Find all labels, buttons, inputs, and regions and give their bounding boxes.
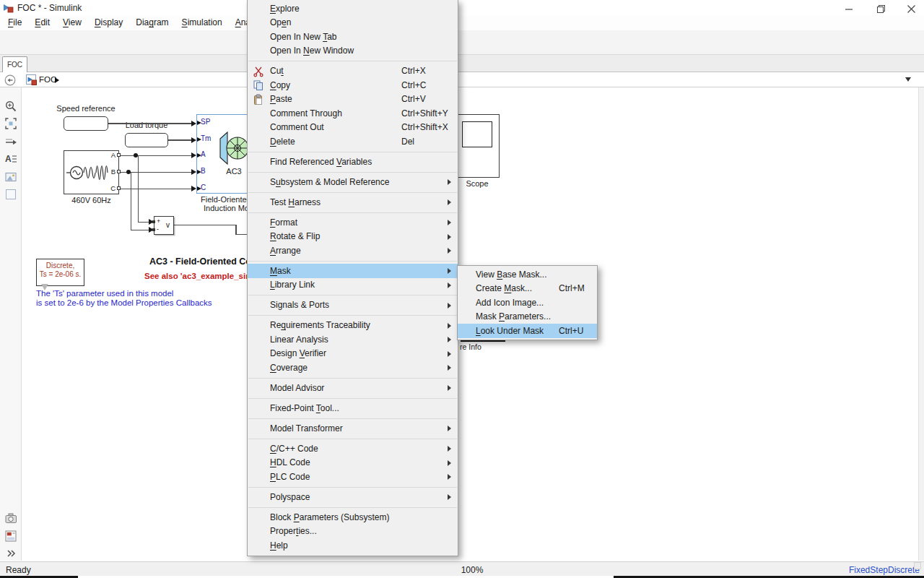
tab-foc[interactable]: FOC	[2, 56, 27, 72]
menu-item-label: Coverage	[270, 363, 308, 373]
menu-item-label: Mask	[270, 266, 291, 276]
submenu-item-mask-parameters[interactable]: Mask Parameters...	[458, 310, 597, 324]
annotation-icon[interactable]: A	[4, 152, 17, 165]
menu-item-label: Model Transformer	[270, 423, 343, 434]
menu-item-linear-analysis[interactable]: Linear Analysis	[248, 332, 458, 347]
menu-item-properties[interactable]: Properties...	[248, 525, 458, 539]
menu-item-signals-ports[interactable]: Signals & Ports	[248, 298, 458, 313]
menu-shortcut: Ctrl+Shift+X	[401, 122, 448, 132]
menu-item-explore[interactable]: Explore	[248, 1, 458, 16]
menu-item-design-verifier[interactable]: Design Verifier	[248, 347, 458, 361]
menu-item-help[interactable]: Help	[248, 538, 458, 553]
menu-item-block-parameters-subsystem[interactable]: Block Parameters (Subsystem)	[248, 510, 458, 525]
image-icon[interactable]	[4, 171, 17, 184]
menu-item-format[interactable]: Format	[248, 215, 458, 230]
svg-text:A: A	[5, 154, 12, 164]
menu-item-copy[interactable]: CopyCtrl+C	[248, 78, 458, 92]
menu-item-label: Comment Through	[270, 108, 342, 118]
minimize-button[interactable]	[833, 0, 865, 17]
camera-icon[interactable]	[4, 512, 17, 525]
speed-reference-block[interactable]	[64, 116, 108, 131]
paste-icon	[253, 94, 264, 105]
menu-item-label: Signals & Ports	[270, 300, 329, 310]
menu-item-open-in-new-tab[interactable]: Open In New Tab	[248, 30, 458, 44]
submenu-item-create-mask[interactable]: Create Mask...Ctrl+M	[458, 282, 597, 296]
viewmarks-icon[interactable]	[4, 530, 17, 543]
menu-item-rotate-flip[interactable]: Rotate & Flip	[248, 230, 458, 244]
expand-chevron-icon[interactable]	[4, 547, 17, 560]
menubar-item-simulation[interactable]: Simulation	[175, 16, 229, 30]
menu-separator	[248, 418, 457, 419]
submenu-item-view-base-mask[interactable]: View Base Mask...	[458, 267, 597, 282]
menu-item-open[interactable]: Open	[248, 16, 458, 30]
speed-reference-label: Speed reference	[42, 104, 130, 113]
load-torque-block[interactable]	[125, 133, 168, 147]
submenu-arrow-icon	[448, 426, 451, 431]
menu-item-comment-out[interactable]: Comment OutCtrl+Shift+X	[248, 121, 458, 135]
menu-item-label: Properties...	[270, 526, 317, 536]
scope-screen	[462, 121, 492, 147]
wire-segment	[119, 155, 191, 157]
ts-note-line2: is set to 2e-6 by the Model Properties C…	[36, 298, 212, 307]
menu-separator	[248, 439, 457, 439]
source-port-c: C	[107, 184, 116, 192]
restore-button[interactable]	[865, 0, 897, 17]
breadcrumb[interactable]: FOC	[39, 75, 56, 84]
menu-item-c-c-code[interactable]: C/C++ Code	[248, 441, 458, 456]
menu-item-comment-through[interactable]: Comment ThroughCtrl+Shift+Y	[248, 106, 458, 121]
menu-icon-slot	[253, 265, 264, 277]
menu-separator	[248, 261, 457, 262]
panel-collapse-icon[interactable]	[905, 77, 911, 82]
submenu-arrow-icon	[448, 460, 451, 466]
breadcrumb-bar: FOC	[0, 72, 924, 87]
solver-name[interactable]: FixedStepDiscrete	[849, 565, 920, 575]
menu-icon-slot	[253, 491, 264, 503]
submenu-arrow-icon	[448, 179, 451, 185]
menu-separator	[248, 315, 457, 316]
menu-item-test-harness[interactable]: Test Harness	[248, 195, 458, 210]
menu-item-label: Rotate & Flip	[270, 231, 320, 241]
menu-item-hdl-code[interactable]: HDL Code	[248, 456, 458, 470]
close-button[interactable]	[895, 0, 924, 17]
menu-item-label: Help	[270, 540, 288, 551]
menu-item-model-transformer[interactable]: Model Transformer	[248, 421, 458, 436]
menu-item-arrange[interactable]: Arrange	[248, 243, 458, 258]
vertical-scrollbar[interactable]	[918, 87, 924, 561]
wire-arrowhead	[191, 186, 196, 191]
menu-item-polyspace[interactable]: Polyspace	[248, 490, 458, 504]
wire-arrowhead	[191, 137, 196, 143]
menu-item-requirements-traceability[interactable]: Requirements Traceability	[248, 319, 458, 333]
menu-item-library-link[interactable]: Library Link	[248, 278, 458, 293]
menu-item-paste[interactable]: PasteCtrl+V	[248, 92, 458, 107]
submenu-arrow-icon	[448, 199, 451, 205]
menu-item-model-advisor[interactable]: Model Advisor	[248, 381, 458, 395]
menu-icon-slot	[253, 46, 264, 57]
menubar-item-diagram[interactable]: Diagram	[129, 16, 175, 30]
submenu-item-look-under-mask[interactable]: Look Under MaskCtrl+U	[458, 324, 597, 338]
ac3-port-c: C	[201, 184, 206, 191]
menu-item-plc-code[interactable]: PLC Code	[248, 470, 458, 484]
menubar-item-display[interactable]: Display	[88, 16, 129, 30]
menubar-item-file[interactable]: File	[1, 16, 28, 30]
menu-item-open-in-new-window[interactable]: Open In New Window	[248, 44, 458, 59]
menu-item-subsystem-model-reference[interactable]: Subsystem & Model Reference	[248, 175, 458, 189]
menu-item-delete[interactable]: DeleteDel	[248, 134, 458, 149]
menubar-item-view[interactable]: View	[56, 16, 88, 30]
menubar-item-edit[interactable]: Edit	[28, 16, 56, 30]
menu-item-find-referenced-variables[interactable]: Find Referenced Variables	[248, 155, 458, 169]
menu-item-label: Copy	[270, 80, 290, 90]
see-also-link[interactable]: See also 'ac3_example_simplifi	[144, 272, 248, 282]
menu-icon-slot	[253, 122, 264, 134]
hide-explorer-bar-icon[interactable]	[4, 74, 16, 86]
menu-item-mask[interactable]: Mask	[248, 264, 458, 278]
route-arrow-icon[interactable]	[4, 135, 17, 148]
area-icon[interactable]	[4, 188, 17, 201]
menu-item-cut[interactable]: CutCtrl+X	[248, 64, 458, 79]
menu-item-fixed-point-tool[interactable]: Fixed-Point Tool...	[248, 401, 458, 415]
menu-icon-slot	[253, 423, 264, 434]
powergui-line1: Discrete,	[36, 262, 84, 269]
fit-view-icon[interactable]	[4, 117, 17, 130]
zoom-in-icon[interactable]	[4, 100, 17, 113]
submenu-item-add-icon-image[interactable]: Add Icon Image...	[458, 296, 597, 310]
menu-item-coverage[interactable]: Coverage	[248, 361, 458, 375]
